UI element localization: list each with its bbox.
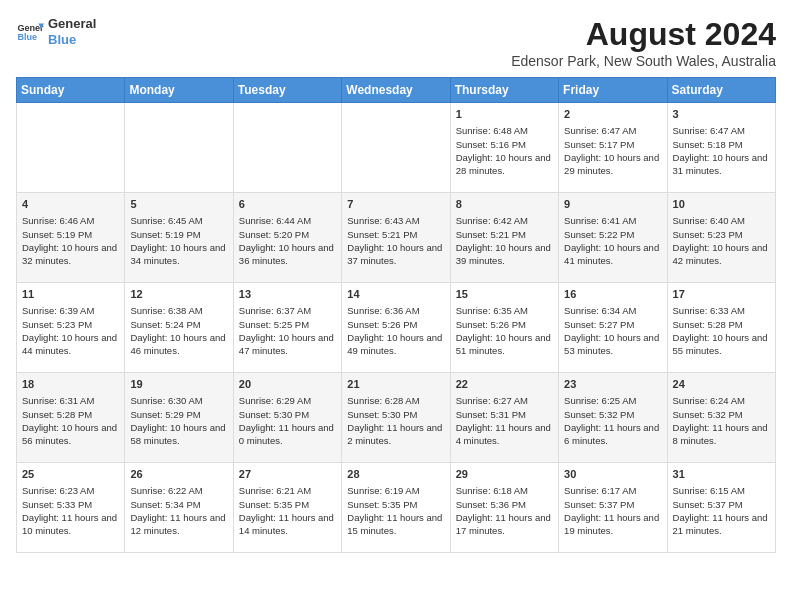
day-info: Sunrise: 6:30 AM Sunset: 5:29 PM Dayligh… bbox=[130, 394, 227, 447]
logo-icon: General Blue bbox=[16, 18, 44, 46]
calendar: SundayMondayTuesdayWednesdayThursdayFrid… bbox=[16, 77, 776, 553]
day-info: Sunrise: 6:44 AM Sunset: 5:20 PM Dayligh… bbox=[239, 214, 336, 267]
calendar-cell: 24Sunrise: 6:24 AM Sunset: 5:32 PM Dayli… bbox=[667, 373, 775, 463]
day-info: Sunrise: 6:47 AM Sunset: 5:17 PM Dayligh… bbox=[564, 124, 661, 177]
day-number: 19 bbox=[130, 377, 227, 392]
weekday-header: Tuesday bbox=[233, 78, 341, 103]
day-info: Sunrise: 6:21 AM Sunset: 5:35 PM Dayligh… bbox=[239, 484, 336, 537]
calendar-week-row: 25Sunrise: 6:23 AM Sunset: 5:33 PM Dayli… bbox=[17, 463, 776, 553]
calendar-cell: 14Sunrise: 6:36 AM Sunset: 5:26 PM Dayli… bbox=[342, 283, 450, 373]
calendar-cell: 18Sunrise: 6:31 AM Sunset: 5:28 PM Dayli… bbox=[17, 373, 125, 463]
calendar-cell: 5Sunrise: 6:45 AM Sunset: 5:19 PM Daylig… bbox=[125, 193, 233, 283]
calendar-cell: 29Sunrise: 6:18 AM Sunset: 5:36 PM Dayli… bbox=[450, 463, 558, 553]
calendar-cell: 6Sunrise: 6:44 AM Sunset: 5:20 PM Daylig… bbox=[233, 193, 341, 283]
day-number: 22 bbox=[456, 377, 553, 392]
day-number: 23 bbox=[564, 377, 661, 392]
calendar-cell bbox=[233, 103, 341, 193]
day-info: Sunrise: 6:40 AM Sunset: 5:23 PM Dayligh… bbox=[673, 214, 770, 267]
calendar-cell: 19Sunrise: 6:30 AM Sunset: 5:29 PM Dayli… bbox=[125, 373, 233, 463]
day-info: Sunrise: 6:19 AM Sunset: 5:35 PM Dayligh… bbox=[347, 484, 444, 537]
calendar-cell bbox=[125, 103, 233, 193]
calendar-cell: 31Sunrise: 6:15 AM Sunset: 5:37 PM Dayli… bbox=[667, 463, 775, 553]
calendar-cell: 9Sunrise: 6:41 AM Sunset: 5:22 PM Daylig… bbox=[559, 193, 667, 283]
day-number: 29 bbox=[456, 467, 553, 482]
svg-text:Blue: Blue bbox=[17, 32, 37, 42]
calendar-body: 1Sunrise: 6:48 AM Sunset: 5:16 PM Daylig… bbox=[17, 103, 776, 553]
calendar-cell: 27Sunrise: 6:21 AM Sunset: 5:35 PM Dayli… bbox=[233, 463, 341, 553]
day-number: 20 bbox=[239, 377, 336, 392]
day-info: Sunrise: 6:38 AM Sunset: 5:24 PM Dayligh… bbox=[130, 304, 227, 357]
calendar-cell: 22Sunrise: 6:27 AM Sunset: 5:31 PM Dayli… bbox=[450, 373, 558, 463]
page-title: August 2024 bbox=[511, 16, 776, 53]
calendar-week-row: 1Sunrise: 6:48 AM Sunset: 5:16 PM Daylig… bbox=[17, 103, 776, 193]
day-info: Sunrise: 6:33 AM Sunset: 5:28 PM Dayligh… bbox=[673, 304, 770, 357]
day-info: Sunrise: 6:27 AM Sunset: 5:31 PM Dayligh… bbox=[456, 394, 553, 447]
calendar-cell: 2Sunrise: 6:47 AM Sunset: 5:17 PM Daylig… bbox=[559, 103, 667, 193]
day-number: 30 bbox=[564, 467, 661, 482]
calendar-header: SundayMondayTuesdayWednesdayThursdayFrid… bbox=[17, 78, 776, 103]
calendar-week-row: 4Sunrise: 6:46 AM Sunset: 5:19 PM Daylig… bbox=[17, 193, 776, 283]
calendar-cell: 1Sunrise: 6:48 AM Sunset: 5:16 PM Daylig… bbox=[450, 103, 558, 193]
calendar-cell: 16Sunrise: 6:34 AM Sunset: 5:27 PM Dayli… bbox=[559, 283, 667, 373]
day-info: Sunrise: 6:37 AM Sunset: 5:25 PM Dayligh… bbox=[239, 304, 336, 357]
calendar-cell: 8Sunrise: 6:42 AM Sunset: 5:21 PM Daylig… bbox=[450, 193, 558, 283]
day-info: Sunrise: 6:47 AM Sunset: 5:18 PM Dayligh… bbox=[673, 124, 770, 177]
day-info: Sunrise: 6:15 AM Sunset: 5:37 PM Dayligh… bbox=[673, 484, 770, 537]
day-number: 31 bbox=[673, 467, 770, 482]
day-info: Sunrise: 6:34 AM Sunset: 5:27 PM Dayligh… bbox=[564, 304, 661, 357]
weekday-row: SundayMondayTuesdayWednesdayThursdayFrid… bbox=[17, 78, 776, 103]
calendar-cell: 11Sunrise: 6:39 AM Sunset: 5:23 PM Dayli… bbox=[17, 283, 125, 373]
weekday-header: Sunday bbox=[17, 78, 125, 103]
day-info: Sunrise: 6:25 AM Sunset: 5:32 PM Dayligh… bbox=[564, 394, 661, 447]
calendar-cell: 25Sunrise: 6:23 AM Sunset: 5:33 PM Dayli… bbox=[17, 463, 125, 553]
calendar-cell: 12Sunrise: 6:38 AM Sunset: 5:24 PM Dayli… bbox=[125, 283, 233, 373]
header: General Blue General Blue August 2024 Ed… bbox=[16, 16, 776, 69]
day-info: Sunrise: 6:36 AM Sunset: 5:26 PM Dayligh… bbox=[347, 304, 444, 357]
day-number: 28 bbox=[347, 467, 444, 482]
calendar-cell: 21Sunrise: 6:28 AM Sunset: 5:30 PM Dayli… bbox=[342, 373, 450, 463]
weekday-header: Saturday bbox=[667, 78, 775, 103]
calendar-cell: 4Sunrise: 6:46 AM Sunset: 5:19 PM Daylig… bbox=[17, 193, 125, 283]
day-number: 5 bbox=[130, 197, 227, 212]
calendar-cell: 28Sunrise: 6:19 AM Sunset: 5:35 PM Dayli… bbox=[342, 463, 450, 553]
calendar-cell: 3Sunrise: 6:47 AM Sunset: 5:18 PM Daylig… bbox=[667, 103, 775, 193]
day-number: 6 bbox=[239, 197, 336, 212]
day-number: 27 bbox=[239, 467, 336, 482]
calendar-cell: 26Sunrise: 6:22 AM Sunset: 5:34 PM Dayli… bbox=[125, 463, 233, 553]
weekday-header: Monday bbox=[125, 78, 233, 103]
day-info: Sunrise: 6:42 AM Sunset: 5:21 PM Dayligh… bbox=[456, 214, 553, 267]
day-info: Sunrise: 6:22 AM Sunset: 5:34 PM Dayligh… bbox=[130, 484, 227, 537]
day-info: Sunrise: 6:31 AM Sunset: 5:28 PM Dayligh… bbox=[22, 394, 119, 447]
calendar-week-row: 18Sunrise: 6:31 AM Sunset: 5:28 PM Dayli… bbox=[17, 373, 776, 463]
day-number: 4 bbox=[22, 197, 119, 212]
day-number: 16 bbox=[564, 287, 661, 302]
day-info: Sunrise: 6:18 AM Sunset: 5:36 PM Dayligh… bbox=[456, 484, 553, 537]
day-info: Sunrise: 6:46 AM Sunset: 5:19 PM Dayligh… bbox=[22, 214, 119, 267]
day-number: 3 bbox=[673, 107, 770, 122]
weekday-header: Thursday bbox=[450, 78, 558, 103]
calendar-cell: 17Sunrise: 6:33 AM Sunset: 5:28 PM Dayli… bbox=[667, 283, 775, 373]
day-number: 7 bbox=[347, 197, 444, 212]
day-number: 11 bbox=[22, 287, 119, 302]
day-info: Sunrise: 6:28 AM Sunset: 5:30 PM Dayligh… bbox=[347, 394, 444, 447]
calendar-cell: 23Sunrise: 6:25 AM Sunset: 5:32 PM Dayli… bbox=[559, 373, 667, 463]
logo: General Blue General Blue bbox=[16, 16, 96, 47]
day-number: 21 bbox=[347, 377, 444, 392]
calendar-cell: 10Sunrise: 6:40 AM Sunset: 5:23 PM Dayli… bbox=[667, 193, 775, 283]
day-info: Sunrise: 6:35 AM Sunset: 5:26 PM Dayligh… bbox=[456, 304, 553, 357]
day-number: 9 bbox=[564, 197, 661, 212]
calendar-cell bbox=[342, 103, 450, 193]
weekday-header: Friday bbox=[559, 78, 667, 103]
calendar-cell: 7Sunrise: 6:43 AM Sunset: 5:21 PM Daylig… bbox=[342, 193, 450, 283]
day-number: 25 bbox=[22, 467, 119, 482]
day-info: Sunrise: 6:41 AM Sunset: 5:22 PM Dayligh… bbox=[564, 214, 661, 267]
day-info: Sunrise: 6:39 AM Sunset: 5:23 PM Dayligh… bbox=[22, 304, 119, 357]
calendar-cell: 15Sunrise: 6:35 AM Sunset: 5:26 PM Dayli… bbox=[450, 283, 558, 373]
day-number: 18 bbox=[22, 377, 119, 392]
day-number: 15 bbox=[456, 287, 553, 302]
calendar-cell: 20Sunrise: 6:29 AM Sunset: 5:30 PM Dayli… bbox=[233, 373, 341, 463]
day-number: 14 bbox=[347, 287, 444, 302]
calendar-cell: 30Sunrise: 6:17 AM Sunset: 5:37 PM Dayli… bbox=[559, 463, 667, 553]
day-info: Sunrise: 6:24 AM Sunset: 5:32 PM Dayligh… bbox=[673, 394, 770, 447]
calendar-week-row: 11Sunrise: 6:39 AM Sunset: 5:23 PM Dayli… bbox=[17, 283, 776, 373]
